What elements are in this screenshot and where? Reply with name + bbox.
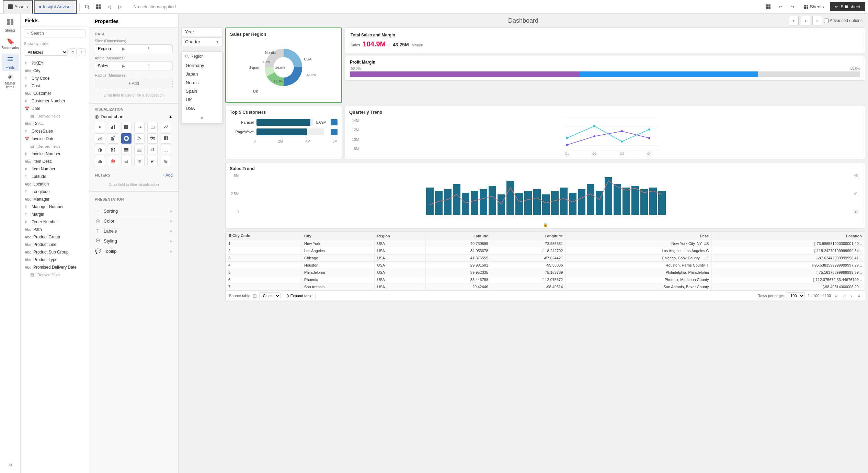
viz-bar-btn[interactable] <box>108 122 118 132</box>
list-item[interactable]: # Manager Number <box>21 203 89 211</box>
viz-heat-btn[interactable] <box>108 145 118 155</box>
list-item[interactable]: Abc Product Type <box>21 256 89 263</box>
quarterly-trend-card[interactable]: Quarterly Trend 14M 12M 10M 8M <box>345 106 865 159</box>
quarter-filter-pill[interactable]: Quarter ▾ <box>181 37 222 46</box>
undo-icon-btn[interactable]: ↩ <box>776 2 785 12</box>
list-item[interactable]: # Cost <box>21 82 89 90</box>
list-item[interactable]: # Order Number <box>21 218 89 226</box>
sidebar-collapse-btn[interactable]: ◁ <box>2 456 19 473</box>
source-select[interactable]: Cities <box>259 292 281 299</box>
total-sales-card[interactable]: Total Sales and Margin Sales 104.9M - 43… <box>345 27 865 53</box>
sorting-item[interactable]: ≡ Sorting ▶ <box>95 206 173 216</box>
sheets-button[interactable]: Sheets <box>800 3 827 11</box>
derived-fields-item3[interactable]: ▤ Derived fields <box>21 271 89 279</box>
advanced-options-toggle[interactable]: Advanced options <box>824 18 863 23</box>
list-item[interactable]: # City Code <box>21 75 89 82</box>
list-item[interactable]: Abc Location <box>21 180 89 188</box>
refresh-btn[interactable]: ↻ <box>69 48 77 56</box>
viz-sankey-btn[interactable]: ≋ <box>134 156 145 166</box>
tooltip-item[interactable]: 💬 Tooltip ▶ <box>95 246 173 256</box>
list-item[interactable]: Abc Manager <box>21 195 89 203</box>
slice-field[interactable]: Region ▶ ⋮ <box>95 44 173 53</box>
viz-line-btn[interactable] <box>161 122 171 132</box>
add-field-btn[interactable]: + <box>78 48 85 56</box>
viz-table-btn[interactable] <box>134 145 145 155</box>
viz-gauge-btn[interactable]: ◑ <box>95 145 105 155</box>
next-page-btn[interactable]: › <box>812 16 822 25</box>
advanced-options-checkbox[interactable] <box>824 19 829 23</box>
viz-hist-btn[interactable] <box>95 156 105 166</box>
grid-icon-btn[interactable] <box>93 2 103 12</box>
viz-donut-btn[interactable] <box>121 133 132 144</box>
viz-wand-btn[interactable]: ✦ <box>95 122 105 132</box>
redo-icon-btn[interactable]: ↪ <box>788 2 798 12</box>
derived-fields-item[interactable]: ▤ Derived fields <box>21 112 89 120</box>
region-item-spain[interactable]: Spain <box>182 87 222 95</box>
viz-kpi-btn[interactable]: #1 <box>147 145 158 155</box>
sidebar-item-bookmarks[interactable]: 🔖 Bookmarks <box>2 35 19 52</box>
viz-scatter-btn[interactable] <box>134 133 145 144</box>
viz-map-btn[interactable]: 🗺 <box>147 133 158 144</box>
fields-search-input[interactable] <box>31 31 82 36</box>
next-page-btn-table[interactable]: › <box>849 292 854 299</box>
list-item[interactable]: # Longitude <box>21 188 89 195</box>
insight-advisor-tab[interactable]: ● Insight Advisor <box>34 0 77 14</box>
profit-margin-card[interactable]: Profit Margin -50.0% 50.0% <box>345 56 865 81</box>
table-select[interactable]: All tables <box>24 49 68 56</box>
list-item[interactable]: Abc Product Group <box>21 233 89 241</box>
prev-page-btn[interactable]: ‹ <box>801 16 810 25</box>
region-item-nordic[interactable]: Nordic <box>182 78 222 87</box>
styling-item[interactable]: Styling ▶ <box>95 236 173 246</box>
region-item-uk[interactable]: UK <box>182 95 222 104</box>
list-item[interactable]: # Customer Number <box>21 97 89 105</box>
list-item[interactable]: 📅 Date <box>21 105 89 112</box>
viz-boxplot-btn[interactable]: ⊟ <box>121 156 132 166</box>
add-chart-btn[interactable]: + <box>789 16 799 25</box>
list-item[interactable]: Abc Item Desc <box>21 158 89 165</box>
viz-lollipop-btn[interactable] <box>134 122 145 132</box>
list-item[interactable]: # %KEY <box>21 59 89 67</box>
region-item-germany[interactable]: Germany <box>182 61 222 70</box>
sidebar-item-master[interactable]: ◈ Master items <box>2 72 19 89</box>
list-item[interactable]: Abc Path <box>21 226 89 233</box>
viz-stacked-btn[interactable] <box>121 122 132 132</box>
list-item[interactable]: Abc Desc <box>21 120 89 127</box>
search-icon-btn[interactable] <box>82 2 92 12</box>
filters-add-btn[interactable]: + Add <box>162 173 173 178</box>
rows-per-page-select[interactable]: 100 <box>787 292 805 299</box>
viz-selected[interactable]: ◎ Donut chart ▲ <box>95 114 173 119</box>
list-item[interactable]: # Item Number <box>21 165 89 173</box>
region-item-usa[interactable]: USA <box>182 104 222 113</box>
sales-trend-card[interactable]: Sales Trend 5M 2.5M 0 <box>225 162 865 229</box>
prev-icon-btn[interactable]: ◁ <box>104 2 114 12</box>
list-item[interactable]: Abc Product Line <box>21 241 89 248</box>
sidebar-item-sheets[interactable]: Sheets <box>2 16 19 34</box>
top5-customers-card[interactable]: Top 5 Customers Paracel 5.69M <box>225 106 342 159</box>
add-radius-btn[interactable]: + Add <box>95 79 173 88</box>
viz-combo-btn[interactable] <box>108 133 118 144</box>
color-item[interactable]: ◎ Color ▶ <box>95 216 173 226</box>
viz-area-btn[interactable] <box>95 133 105 144</box>
list-item[interactable]: Abc Product Sub Group <box>21 248 89 256</box>
angle-field[interactable]: Sales ▶ ⋮ <box>95 61 173 70</box>
viz-treemap-btn[interactable] <box>161 133 171 144</box>
expand-table-btn[interactable]: ⬡ Expand table <box>283 293 316 299</box>
list-item[interactable]: # Invoice Number <box>21 150 89 158</box>
next-icon-btn[interactable]: ▷ <box>115 2 125 12</box>
list-item[interactable]: # Latitude <box>21 173 89 180</box>
grid2-icon-btn[interactable] <box>763 2 773 12</box>
viz-bullet-btn[interactable]: ▭ <box>147 122 158 132</box>
edit-sheet-button[interactable]: ✏ Edit sheet <box>830 2 865 11</box>
last-page-btn[interactable]: » <box>856 292 861 299</box>
year-filter-pill[interactable]: Year <box>181 27 222 36</box>
viz-waterfall-btn[interactable] <box>108 156 118 166</box>
viz-more-btn[interactable]: … <box>161 145 171 155</box>
sales-per-region-card[interactable]: Sales per Region <box>225 27 342 103</box>
first-page-btn[interactable]: « <box>834 292 839 299</box>
assets-tab[interactable]: ⬛ Assets <box>3 0 33 14</box>
list-item[interactable]: Abc City <box>21 67 89 75</box>
list-item[interactable]: # Margin <box>21 211 89 218</box>
labels-item[interactable]: T Labels ▶ <box>95 226 173 236</box>
prev-page-btn-table[interactable]: ‹ <box>842 292 846 299</box>
list-item[interactable]: Abc Customer <box>21 90 89 97</box>
